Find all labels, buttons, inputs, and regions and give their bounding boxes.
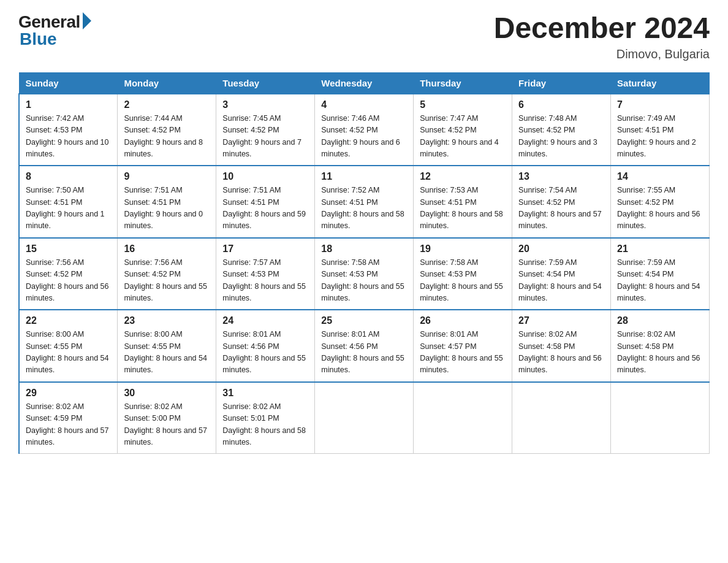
day-number: 21 <box>617 243 703 255</box>
day-info: Sunrise: 7:49 AMSunset: 4:51 PMDaylight:… <box>617 114 696 158</box>
calendar-cell: 5 Sunrise: 7:47 AMSunset: 4:52 PMDayligh… <box>414 94 512 166</box>
day-info: Sunrise: 7:51 AMSunset: 4:51 PMDaylight:… <box>124 186 203 230</box>
day-number: 30 <box>124 388 210 399</box>
day-number: 10 <box>222 171 308 182</box>
day-number: 2 <box>124 99 210 110</box>
calendar-cell: 24 Sunrise: 8:01 AMSunset: 4:56 PMDaylig… <box>216 310 315 382</box>
page-header: General Blue December 2024 Dimovo, Bulga… <box>18 12 710 61</box>
day-info: Sunrise: 8:00 AMSunset: 4:55 PMDaylight:… <box>124 330 207 374</box>
calendar-cell: 19 Sunrise: 7:58 AMSunset: 4:53 PMDaylig… <box>414 238 512 310</box>
day-number: 11 <box>321 171 407 182</box>
day-info: Sunrise: 7:54 AMSunset: 4:52 PMDaylight:… <box>518 186 602 230</box>
day-number: 18 <box>321 243 407 255</box>
calendar-cell <box>512 382 611 454</box>
calendar-cell: 13 Sunrise: 7:54 AMSunset: 4:52 PMDaylig… <box>512 166 611 238</box>
day-number: 27 <box>518 315 604 326</box>
logo-blue-text: Blue <box>20 29 57 49</box>
day-info: Sunrise: 7:57 AMSunset: 4:53 PMDaylight:… <box>222 258 306 302</box>
weekday-header-sunday: Sunday <box>19 72 118 94</box>
weekday-header-friday: Friday <box>512 72 611 94</box>
calendar-cell: 30 Sunrise: 8:02 AMSunset: 5:00 PMDaylig… <box>118 382 216 454</box>
day-info: Sunrise: 7:47 AMSunset: 4:52 PMDaylight:… <box>420 114 499 158</box>
day-info: Sunrise: 7:53 AMSunset: 4:51 PMDaylight:… <box>420 186 503 230</box>
weekday-header-row: SundayMondayTuesdayWednesdayThursdayFrid… <box>19 72 710 94</box>
day-info: Sunrise: 7:55 AMSunset: 4:52 PMDaylight:… <box>617 186 700 230</box>
day-info: Sunrise: 7:56 AMSunset: 4:52 PMDaylight:… <box>26 258 109 302</box>
day-number: 3 <box>222 99 308 110</box>
calendar-cell: 23 Sunrise: 8:00 AMSunset: 4:55 PMDaylig… <box>118 310 216 382</box>
calendar-cell: 10 Sunrise: 7:51 AMSunset: 4:51 PMDaylig… <box>216 166 315 238</box>
day-info: Sunrise: 8:02 AMSunset: 4:58 PMDaylight:… <box>518 330 602 374</box>
day-number: 17 <box>222 243 308 255</box>
calendar-cell: 22 Sunrise: 8:00 AMSunset: 4:55 PMDaylig… <box>19 310 118 382</box>
calendar-subtitle: Dimovo, Bulgaria <box>494 47 710 61</box>
calendar-cell: 3 Sunrise: 7:45 AMSunset: 4:52 PMDayligh… <box>216 94 315 166</box>
day-info: Sunrise: 8:01 AMSunset: 4:56 PMDaylight:… <box>222 330 306 374</box>
day-info: Sunrise: 7:51 AMSunset: 4:51 PMDaylight:… <box>222 186 306 230</box>
day-number: 31 <box>222 388 308 399</box>
calendar-cell: 16 Sunrise: 7:56 AMSunset: 4:52 PMDaylig… <box>118 238 216 310</box>
calendar-cell: 15 Sunrise: 7:56 AMSunset: 4:52 PMDaylig… <box>19 238 118 310</box>
week-row-4: 22 Sunrise: 8:00 AMSunset: 4:55 PMDaylig… <box>19 310 710 382</box>
day-number: 15 <box>26 243 111 255</box>
day-number: 4 <box>321 99 407 110</box>
day-info: Sunrise: 7:44 AMSunset: 4:52 PMDaylight:… <box>124 114 203 158</box>
calendar-cell: 4 Sunrise: 7:46 AMSunset: 4:52 PMDayligh… <box>315 94 414 166</box>
calendar-cell: 12 Sunrise: 7:53 AMSunset: 4:51 PMDaylig… <box>414 166 512 238</box>
logo-triangle-icon <box>83 12 91 29</box>
day-number: 5 <box>420 99 506 110</box>
calendar-cell: 14 Sunrise: 7:55 AMSunset: 4:52 PMDaylig… <box>611 166 710 238</box>
calendar-cell: 1 Sunrise: 7:42 AMSunset: 4:53 PMDayligh… <box>19 94 118 166</box>
week-row-1: 1 Sunrise: 7:42 AMSunset: 4:53 PMDayligh… <box>19 94 710 166</box>
day-info: Sunrise: 7:48 AMSunset: 4:52 PMDaylight:… <box>518 114 597 158</box>
calendar-cell: 29 Sunrise: 8:02 AMSunset: 4:59 PMDaylig… <box>19 382 118 454</box>
day-number: 28 <box>617 315 703 326</box>
day-number: 14 <box>617 171 703 182</box>
day-info: Sunrise: 7:42 AMSunset: 4:53 PMDaylight:… <box>26 114 109 158</box>
day-info: Sunrise: 7:59 AMSunset: 4:54 PMDaylight:… <box>518 258 602 302</box>
calendar-body: 1 Sunrise: 7:42 AMSunset: 4:53 PMDayligh… <box>19 94 710 454</box>
day-number: 20 <box>518 243 604 255</box>
day-info: Sunrise: 7:58 AMSunset: 4:53 PMDaylight:… <box>420 258 503 302</box>
calendar-cell: 9 Sunrise: 7:51 AMSunset: 4:51 PMDayligh… <box>118 166 216 238</box>
day-info: Sunrise: 8:02 AMSunset: 4:58 PMDaylight:… <box>617 330 700 374</box>
weekday-header-thursday: Thursday <box>414 72 512 94</box>
day-info: Sunrise: 8:02 AMSunset: 5:00 PMDaylight:… <box>124 402 207 446</box>
calendar-cell: 7 Sunrise: 7:49 AMSunset: 4:51 PMDayligh… <box>611 94 710 166</box>
day-number: 6 <box>518 99 604 110</box>
day-number: 16 <box>124 243 210 255</box>
week-row-5: 29 Sunrise: 8:02 AMSunset: 4:59 PMDaylig… <box>19 382 710 454</box>
calendar-cell: 26 Sunrise: 8:01 AMSunset: 4:57 PMDaylig… <box>414 310 512 382</box>
day-info: Sunrise: 7:59 AMSunset: 4:54 PMDaylight:… <box>617 258 700 302</box>
calendar-cell: 6 Sunrise: 7:48 AMSunset: 4:52 PMDayligh… <box>512 94 611 166</box>
calendar-cell: 2 Sunrise: 7:44 AMSunset: 4:52 PMDayligh… <box>118 94 216 166</box>
title-area: December 2024 Dimovo, Bulgaria <box>494 12 710 61</box>
day-number: 9 <box>124 171 210 182</box>
weekday-header-tuesday: Tuesday <box>216 72 315 94</box>
calendar-cell: 31 Sunrise: 8:02 AMSunset: 5:01 PMDaylig… <box>216 382 315 454</box>
day-number: 25 <box>321 315 407 326</box>
calendar-cell: 27 Sunrise: 8:02 AMSunset: 4:58 PMDaylig… <box>512 310 611 382</box>
day-info: Sunrise: 7:58 AMSunset: 4:53 PMDaylight:… <box>321 258 404 302</box>
day-number: 19 <box>420 243 506 255</box>
day-info: Sunrise: 8:01 AMSunset: 4:56 PMDaylight:… <box>321 330 404 374</box>
weekday-header-wednesday: Wednesday <box>315 72 414 94</box>
calendar-cell <box>315 382 414 454</box>
day-info: Sunrise: 8:02 AMSunset: 4:59 PMDaylight:… <box>26 402 109 446</box>
day-number: 26 <box>420 315 506 326</box>
week-row-3: 15 Sunrise: 7:56 AMSunset: 4:52 PMDaylig… <box>19 238 710 310</box>
calendar-cell: 18 Sunrise: 7:58 AMSunset: 4:53 PMDaylig… <box>315 238 414 310</box>
day-info: Sunrise: 7:50 AMSunset: 4:51 PMDaylight:… <box>26 186 105 230</box>
day-number: 7 <box>617 99 703 110</box>
calendar-cell: 8 Sunrise: 7:50 AMSunset: 4:51 PMDayligh… <box>19 166 118 238</box>
day-number: 13 <box>518 171 604 182</box>
day-info: Sunrise: 8:01 AMSunset: 4:57 PMDaylight:… <box>420 330 503 374</box>
day-info: Sunrise: 8:00 AMSunset: 4:55 PMDaylight:… <box>26 330 109 374</box>
day-info: Sunrise: 8:02 AMSunset: 5:01 PMDaylight:… <box>222 402 306 446</box>
calendar-cell <box>611 382 710 454</box>
weekday-header-monday: Monday <box>118 72 216 94</box>
day-number: 29 <box>26 388 111 399</box>
calendar-cell: 17 Sunrise: 7:57 AMSunset: 4:53 PMDaylig… <box>216 238 315 310</box>
calendar-cell: 11 Sunrise: 7:52 AMSunset: 4:51 PMDaylig… <box>315 166 414 238</box>
weekday-header-saturday: Saturday <box>611 72 710 94</box>
